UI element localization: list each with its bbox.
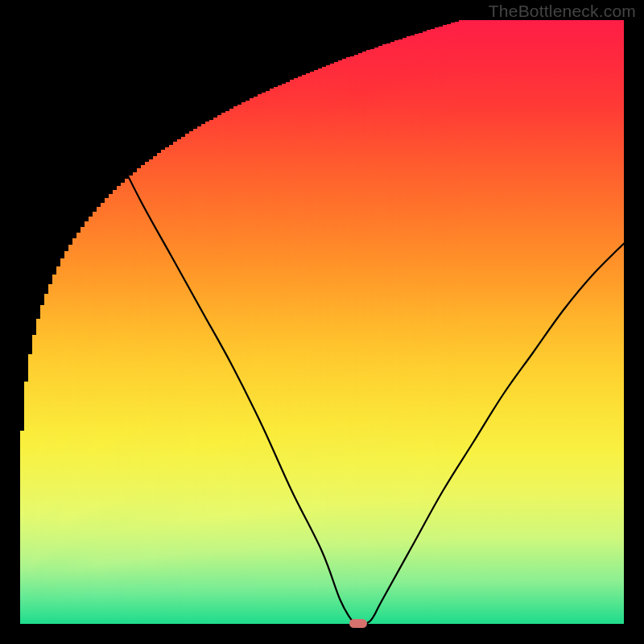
optimal-marker	[349, 619, 367, 628]
watermark: TheBottleneck.com	[489, 2, 636, 21]
bottleneck-curve	[20, 20, 624, 624]
